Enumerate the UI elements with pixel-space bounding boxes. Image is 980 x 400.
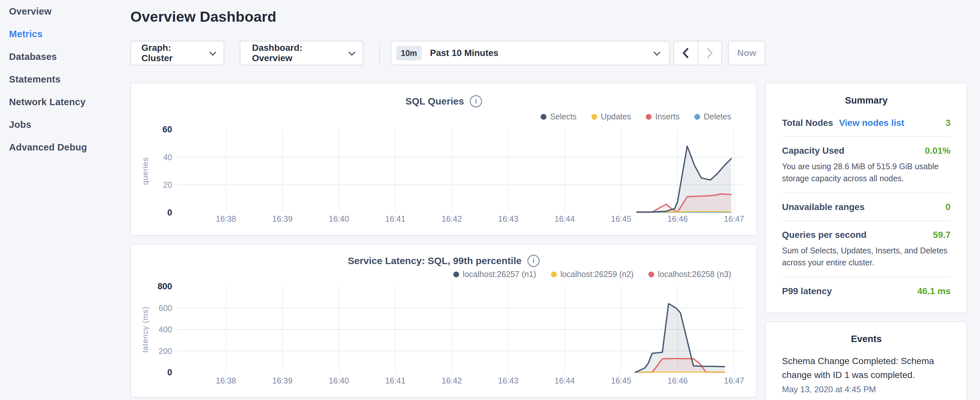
- summary-row-value: 0: [945, 202, 951, 212]
- legend-item-selects[interactable]: Selects: [541, 112, 576, 121]
- page-title: Overview Dashboard: [130, 8, 276, 25]
- svg-text:16:40: 16:40: [329, 214, 349, 223]
- events-panel: Events Schema Change Completed: Schema c…: [765, 321, 967, 400]
- service-latency-chart-card: Service Latency: SQL, 99th percentile i …: [130, 244, 757, 397]
- legend-label: Updates: [601, 112, 631, 121]
- svg-text:16:46: 16:46: [667, 376, 688, 385]
- summary-panel: Summary Total NodesView nodes list3Capac…: [765, 83, 967, 313]
- svg-text:16:41: 16:41: [385, 376, 406, 385]
- svg-text:16:44: 16:44: [555, 214, 575, 223]
- legend-item-deletes[interactable]: Deletes: [694, 112, 731, 121]
- time-range-badge: 10m: [396, 46, 422, 61]
- sidebar-item-jobs[interactable]: Jobs: [0, 113, 130, 136]
- time-pagination: [673, 41, 722, 65]
- legend-label: Deletes: [704, 112, 731, 121]
- graph-dropdown-label: Graph: Cluster: [142, 43, 204, 64]
- svg-text:0: 0: [167, 208, 172, 217]
- svg-text:16:47: 16:47: [724, 214, 745, 223]
- legend-label: localhost:26259 (n2): [560, 269, 634, 279]
- now-button[interactable]: Now: [728, 41, 765, 65]
- summary-row-value: 46.1 ms: [917, 286, 951, 296]
- summary-row-label: P99 latency: [782, 286, 832, 296]
- legend-dot-icon: [453, 271, 459, 277]
- legend-dot-icon: [646, 114, 652, 120]
- legend-item-localhost-26257-n1[interactable]: localhost:26257 (n1): [453, 269, 536, 279]
- summary-row-unavailable-ranges: Unavailable ranges0: [782, 193, 951, 220]
- legend-label: localhost:26257 (n1): [463, 269, 536, 279]
- summary-row-label: Total Nodes: [782, 118, 833, 128]
- events-list: Schema Change Completed: Schema change w…: [766, 344, 967, 395]
- legend-item-inserts[interactable]: Inserts: [646, 112, 679, 121]
- sidebar-nav: OverviewMetricsDatabasesStatementsNetwor…: [0, 0, 130, 400]
- svg-text:16:42: 16:42: [442, 214, 462, 223]
- view-nodes-list-link[interactable]: View nodes list: [839, 118, 904, 128]
- svg-text:60: 60: [162, 124, 172, 134]
- time-range-value: Past 10 Minutes: [430, 48, 649, 58]
- svg-text:16:41: 16:41: [385, 214, 406, 223]
- summary-row-total-nodes: Total NodesView nodes list3: [782, 109, 951, 136]
- events-title: Events: [766, 334, 967, 344]
- chevron-down-icon: [209, 49, 216, 56]
- svg-text:16:39: 16:39: [272, 376, 293, 385]
- legend-dot-icon: [551, 271, 557, 277]
- summary-row-value: 0.01%: [925, 146, 951, 156]
- legend-item-updates[interactable]: Updates: [592, 112, 631, 121]
- dashboard-dropdown[interactable]: Dashboard: Overview: [240, 41, 363, 65]
- svg-text:0: 0: [167, 368, 172, 377]
- info-icon[interactable]: i: [470, 95, 482, 107]
- legend-label: Selects: [550, 112, 576, 121]
- chart-title: Service Latency: SQL, 99th percentile: [348, 255, 522, 266]
- svg-text:16:45: 16:45: [611, 214, 632, 223]
- legend-label: Inserts: [655, 112, 679, 121]
- summary-row-label: Capacity Used: [782, 146, 845, 156]
- dashboard-dropdown-label: Dashboard: Overview: [252, 43, 344, 64]
- svg-text:16:46: 16:46: [667, 214, 688, 223]
- svg-text:16:38: 16:38: [216, 214, 236, 223]
- legend-item-localhost-26258-n3[interactable]: localhost:26258 (n3): [648, 269, 731, 279]
- sidebar-item-overview[interactable]: Overview: [0, 0, 130, 23]
- sidebar-item-network-latency[interactable]: Network Latency: [0, 91, 130, 113]
- time-range-dropdown[interactable]: 10m Past 10 Minutes: [390, 41, 670, 65]
- event-message[interactable]: Schema Change Completed: Schema change w…: [782, 354, 951, 382]
- summary-title: Summary: [766, 95, 967, 106]
- sidebar-item-advanced-debug[interactable]: Advanced Debug: [0, 136, 130, 159]
- summary-row-value: 3: [945, 118, 951, 128]
- svg-text:16:43: 16:43: [498, 376, 519, 385]
- sidebar-item-databases[interactable]: Databases: [0, 45, 130, 68]
- svg-text:16:47: 16:47: [724, 376, 745, 385]
- prev-time-button[interactable]: [674, 41, 698, 65]
- toolbar-divider: [379, 42, 380, 64]
- svg-text:40: 40: [163, 153, 172, 162]
- chart-title: SQL Queries: [406, 96, 464, 107]
- svg-text:latency (ms): latency (ms): [141, 306, 150, 353]
- summary-row-value: 59.7: [933, 230, 951, 240]
- chart-legend: localhost:26257 (n1)localhost:26259 (n2)…: [453, 269, 731, 279]
- info-icon[interactable]: i: [527, 255, 540, 267]
- legend-dot-icon: [541, 114, 546, 120]
- summary-row-subtext: Sum of Selects, Updates, Inserts, and De…: [782, 245, 951, 269]
- svg-text:16:43: 16:43: [498, 214, 519, 223]
- summary-rows: Total NodesView nodes list3Capacity Used…: [766, 106, 967, 304]
- svg-text:16:40: 16:40: [329, 376, 349, 385]
- sidebar-item-metrics[interactable]: Metrics: [0, 23, 130, 45]
- legend-label: localhost:26258 (n3): [658, 269, 731, 279]
- summary-row-subtext: You are using 28.6 MiB of 515.9 GiB usab…: [782, 161, 951, 185]
- next-time-button[interactable]: [698, 41, 722, 65]
- legend-dot-icon: [648, 271, 654, 277]
- legend-dot-icon: [592, 114, 597, 120]
- sidebar-item-statements[interactable]: Statements: [0, 68, 130, 91]
- svg-text:16:44: 16:44: [555, 376, 575, 385]
- svg-text:queries: queries: [141, 157, 150, 185]
- legend-item-localhost-26259-n2[interactable]: localhost:26259 (n2): [551, 269, 634, 279]
- summary-row-queries-per-second: Queries per second59.7Sum of Selects, Up…: [782, 220, 951, 277]
- overview-dashboard-page: OverviewMetricsDatabasesStatementsNetwor…: [0, 0, 980, 400]
- svg-text:400: 400: [159, 325, 172, 334]
- summary-row-label: Unavailable ranges: [782, 202, 864, 212]
- chevron-down-icon: [348, 49, 355, 56]
- svg-text:200: 200: [159, 347, 172, 356]
- svg-text:16:45: 16:45: [611, 376, 632, 385]
- chart-legend: SelectsUpdatesInsertsDeletes: [541, 112, 731, 121]
- graph-dropdown[interactable]: Graph: Cluster: [130, 41, 224, 65]
- event-timestamp: May 13, 2020 at 4:45 PM: [782, 384, 951, 395]
- sql-queries-chart-card: SQL Queries i SelectsUpdatesInsertsDelet…: [130, 83, 757, 236]
